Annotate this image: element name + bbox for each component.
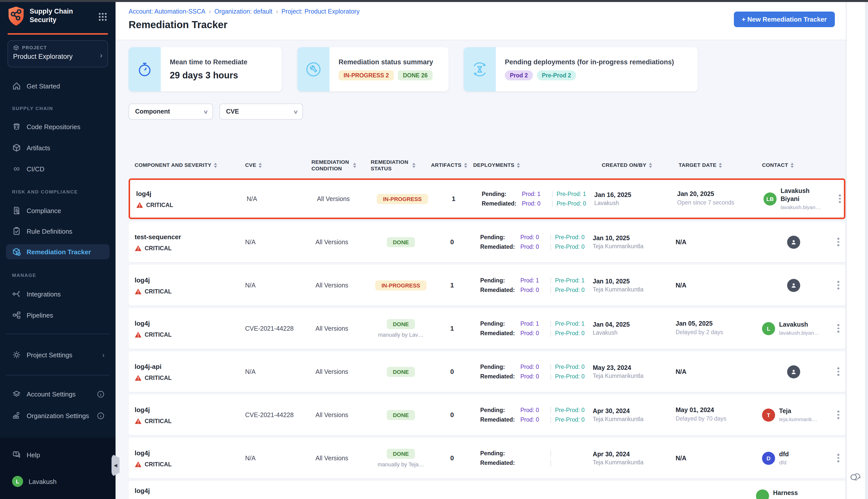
contact-cell — [756, 351, 831, 392]
sidebar-item-code-repositories[interactable]: Code Repositories — [6, 119, 110, 134]
info-icon[interactable] — [97, 412, 104, 419]
sidebar-item-artifacts[interactable]: Artifacts — [6, 140, 110, 155]
breadcrumb-organization[interactable]: Organization: default — [214, 8, 273, 15]
pipelines-icon — [12, 311, 21, 320]
severity: CRITICAL — [135, 375, 241, 381]
condition-cell: All Versions — [313, 180, 372, 218]
target-note: Delayed by 70 days — [675, 415, 736, 423]
created-date: May 23, 2024 — [593, 364, 675, 372]
sidebar-item-label: Pipelines — [27, 311, 53, 319]
table-row[interactable]: log4j CRITICAL CVE-2021-44228 All Versio… — [128, 308, 845, 349]
cve-value: N/A — [245, 454, 311, 462]
divider — [550, 234, 551, 241]
severity: CRITICAL — [135, 288, 241, 294]
contact-name: Lavakush Biyani — [781, 187, 827, 203]
pending-label: Pending: — [480, 364, 520, 370]
target-date: Jan 05, 2025 — [675, 320, 756, 327]
sidebar-item-pipelines[interactable]: Pipelines — [6, 307, 110, 322]
target-date: May 01, 2024 — [675, 406, 756, 414]
sidebar-item-organization-settings[interactable]: Organization Settings — [6, 408, 110, 423]
component-name: log4j — [135, 319, 241, 327]
contact-email: teja.kummarik… — [779, 416, 825, 422]
row-menu-button[interactable] — [831, 222, 845, 262]
sidebar-item-help[interactable]: Help — [6, 447, 110, 462]
sidebar-item-project-settings[interactable]: Project Settings › — [6, 347, 110, 362]
sidebar-item-account-settings[interactable]: Account Settings — [6, 387, 110, 402]
sidebar-item-label: Remediation Tracker — [27, 248, 91, 256]
scrollbar-track[interactable] — [865, 2, 868, 499]
deployments-cell: Pending:Prod: 1Pre-Prod: 1 Remediated:Pr… — [473, 265, 593, 305]
sidebar-item-get-started[interactable]: Get Started — [6, 78, 110, 94]
divider — [552, 200, 553, 207]
remediated-prod: Prod: 0 — [520, 287, 546, 293]
sidebar-item-cicd[interactable]: ∞ CI/CD — [6, 161, 110, 177]
remediated-preprod: Pre-Prod: 0 — [557, 200, 586, 207]
sidebar-item-rule-definitions[interactable]: Rule Definitions — [6, 223, 110, 239]
sidebar-item-compliance[interactable]: Compliance — [6, 203, 110, 218]
sidebar-item-label: Organization Settings — [27, 412, 89, 419]
row-menu-button[interactable] — [831, 438, 845, 478]
sidebar-item-label: Account Settings — [27, 390, 76, 398]
table-row[interactable]: log4j CRITICAL N/A All Versions IN-PROGR… — [128, 179, 845, 219]
project-selector[interactable]: PROJECT Product Exploratory › — [8, 40, 108, 67]
row-menu-button[interactable] — [831, 265, 845, 305]
cve-value: CVE-2021-44228 — [245, 411, 311, 418]
user-avatar: L — [12, 476, 23, 487]
table-row[interactable]: log4j CRITICAL N/A All Versions IN-PROGR… — [128, 265, 845, 305]
module-grid-icon[interactable] — [98, 12, 108, 22]
row-menu-button[interactable] — [833, 180, 846, 218]
table-row[interactable]: log4j CRITICAL CVE-2021-44228 All Versio… — [128, 394, 845, 435]
remediated-label: Remediated: — [480, 330, 520, 336]
status-cell: IN-PROGRESS — [372, 180, 433, 218]
new-remediation-tracker-button[interactable]: + New Remediation Tracker — [734, 12, 835, 27]
pending-prod: Prod: 1 — [520, 277, 546, 283]
component-name: log4j-api — [135, 363, 241, 370]
app-logo[interactable]: Supply Chain Security — [7, 6, 85, 26]
pending-prod: Prod: 1 — [522, 191, 548, 197]
pending-preprod: Pre-Prod: 0 — [555, 407, 585, 413]
table-row[interactable]: log4j CRITICAL N/A All Versions DONE man… — [128, 438, 845, 478]
target-date: N/A — [675, 239, 756, 245]
row-menu-button[interactable] — [831, 394, 845, 435]
pending-preprod: Pre-Prod: 1 — [555, 277, 585, 283]
status-badge: DONE — [387, 319, 415, 329]
target-cell: Jan 05, 2025 Delayed by 2 days — [675, 308, 756, 349]
severity: CRITICAL — [135, 331, 241, 338]
condition-value: All Versions — [315, 325, 371, 332]
sidebar-item-integrations[interactable]: Integrations — [6, 287, 110, 302]
table-row-partial[interactable]: log4j Harness — [128, 481, 845, 499]
breadcrumb-account[interactable]: Account: Automation-SSCA — [128, 8, 206, 15]
contact-name: Harness — [773, 489, 819, 497]
info-icon[interactable] — [97, 390, 104, 398]
artifacts-cell: 1 — [431, 265, 473, 305]
sidebar-item-label: Integrations — [27, 290, 61, 298]
sidebar-item-remediation-tracker[interactable]: Remediation Tracker — [6, 244, 110, 259]
artifacts-count: 1 — [452, 195, 455, 203]
created-date: Jan 10, 2025 — [593, 278, 675, 285]
row-menu-button[interactable] — [831, 308, 845, 349]
created-cell: Jan 16, 2025 Lavakush — [594, 180, 677, 218]
row-menu-button[interactable] — [831, 351, 845, 392]
remediated-label: Remediated: — [480, 244, 520, 250]
critical-severity-icon — [135, 418, 142, 424]
table-row[interactable]: log4j-api CRITICAL N/A All Versions DONE… — [128, 351, 845, 392]
user-menu[interactable]: L Lavakush — [6, 474, 110, 489]
severity: CRITICAL — [135, 418, 241, 424]
section-risk-compliance: RISK AND COMPLIANCE — [12, 189, 78, 194]
cve-cell: CVE-2021-44228 — [241, 308, 311, 349]
table-row[interactable]: test-sequencer CRITICAL N/A All Versions… — [128, 222, 845, 262]
project-label: PROJECT — [22, 45, 47, 50]
status-badge: IN-PROGRESS — [375, 280, 426, 290]
sidebar-item-label: Get Started — [27, 82, 60, 90]
breadcrumb-project[interactable]: Project: Product Exploratory — [281, 8, 359, 15]
status-badge: IN-PROGRESS — [377, 194, 428, 204]
org-chart-icon — [12, 411, 21, 420]
avatar: LB — [764, 192, 777, 205]
artifacts-cell: 0 — [431, 394, 473, 435]
content: Mean time to Remediate 29 days 3 hours R… — [115, 40, 846, 499]
condition-value: All Versions — [315, 411, 371, 418]
support-chat-icon[interactable] — [850, 471, 861, 484]
chevron-right-icon: › — [100, 51, 102, 59]
page-header: Account: Automation-SSCA › Organization:… — [115, 2, 846, 40]
component-cell: log4j CRITICAL — [136, 180, 243, 218]
